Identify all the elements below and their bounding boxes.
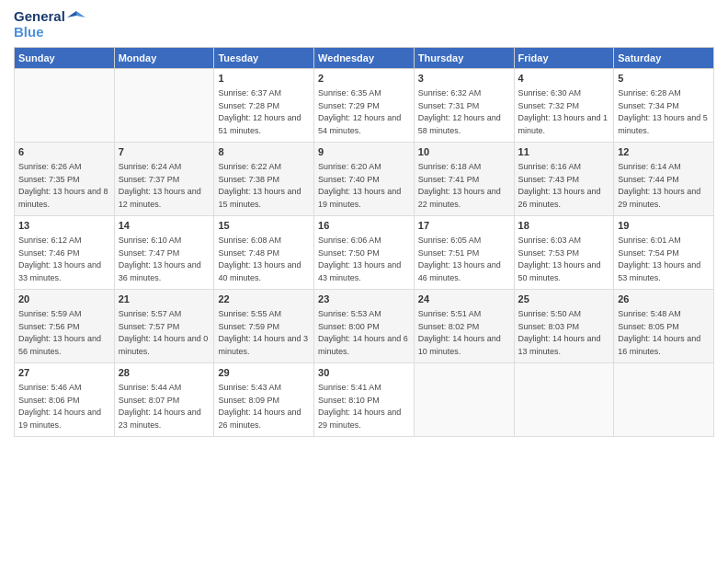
day-number: 8 <box>218 145 310 159</box>
weekday-header-wednesday: Wednesday <box>314 48 415 69</box>
day-info: Sunrise: 6:30 AM Sunset: 7:32 PM Dayligh… <box>518 87 610 137</box>
day-number: 22 <box>218 293 310 306</box>
calendar-cell: 1Sunrise: 6:37 AM Sunset: 7:28 PM Daylig… <box>214 69 314 143</box>
calendar-cell: 19Sunrise: 6:01 AM Sunset: 7:54 PM Dayli… <box>614 216 714 290</box>
day-number: 20 <box>18 293 110 306</box>
day-number: 10 <box>418 145 510 159</box>
calendar-table: SundayMondayTuesdayWednesdayThursdayFrid… <box>14 47 714 437</box>
day-info: Sunrise: 6:24 AM Sunset: 7:37 PM Dayligh… <box>119 161 210 211</box>
logo-brand: General Blue <box>14 9 85 40</box>
calendar-row: 13Sunrise: 6:12 AM Sunset: 7:46 PM Dayli… <box>15 216 714 290</box>
calendar-cell: 7Sunrise: 6:24 AM Sunset: 7:37 PM Daylig… <box>114 143 214 216</box>
calendar-row: 27Sunrise: 5:46 AM Sunset: 8:06 PM Dayli… <box>15 363 714 437</box>
day-info: Sunrise: 5:44 AM Sunset: 8:07 PM Dayligh… <box>119 382 210 431</box>
calendar-cell: 21Sunrise: 5:57 AM Sunset: 7:57 PM Dayli… <box>114 290 214 363</box>
day-number: 14 <box>119 219 210 233</box>
calendar-cell: 24Sunrise: 5:51 AM Sunset: 8:02 PM Dayli… <box>414 290 514 363</box>
calendar-cell: 13Sunrise: 6:12 AM Sunset: 7:46 PM Dayli… <box>15 216 115 290</box>
header: General Blue <box>14 9 714 40</box>
day-info: Sunrise: 5:51 AM Sunset: 8:02 PM Dayligh… <box>418 308 510 358</box>
calendar-cell: 2Sunrise: 6:35 AM Sunset: 7:29 PM Daylig… <box>314 69 415 143</box>
logo-blue-text: Blue <box>14 25 85 40</box>
calendar-cell: 14Sunrise: 6:10 AM Sunset: 7:47 PM Dayli… <box>114 216 214 290</box>
calendar-row: 6Sunrise: 6:26 AM Sunset: 7:35 PM Daylig… <box>15 143 714 216</box>
calendar-cell: 20Sunrise: 5:59 AM Sunset: 7:56 PM Dayli… <box>15 290 115 363</box>
calendar-cell <box>514 363 614 437</box>
day-info: Sunrise: 5:55 AM Sunset: 7:59 PM Dayligh… <box>218 308 310 358</box>
day-number: 23 <box>318 293 410 306</box>
calendar-cell: 25Sunrise: 5:50 AM Sunset: 8:03 PM Dayli… <box>514 290 614 363</box>
day-info: Sunrise: 6:28 AM Sunset: 7:34 PM Dayligh… <box>618 87 710 137</box>
day-info: Sunrise: 6:05 AM Sunset: 7:51 PM Dayligh… <box>418 235 510 284</box>
day-number: 19 <box>618 219 710 233</box>
weekday-header-tuesday: Tuesday <box>214 48 314 69</box>
weekday-header-friday: Friday <box>514 48 614 69</box>
weekday-header-thursday: Thursday <box>414 48 514 69</box>
calendar-cell: 18Sunrise: 6:03 AM Sunset: 7:53 PM Dayli… <box>514 216 614 290</box>
calendar-cell: 17Sunrise: 6:05 AM Sunset: 7:51 PM Dayli… <box>414 216 514 290</box>
day-info: Sunrise: 6:03 AM Sunset: 7:53 PM Dayligh… <box>518 235 610 284</box>
calendar-cell <box>114 69 214 143</box>
svg-marker-0 <box>76 11 85 17</box>
day-info: Sunrise: 6:16 AM Sunset: 7:43 PM Dayligh… <box>518 161 610 211</box>
day-info: Sunrise: 5:50 AM Sunset: 8:03 PM Dayligh… <box>518 308 610 358</box>
day-number: 26 <box>618 293 710 306</box>
calendar-cell: 15Sunrise: 6:08 AM Sunset: 7:48 PM Dayli… <box>214 216 314 290</box>
day-number: 30 <box>318 366 410 380</box>
day-number: 1 <box>218 72 310 86</box>
day-number: 9 <box>318 145 410 159</box>
day-info: Sunrise: 5:46 AM Sunset: 8:06 PM Dayligh… <box>18 382 110 431</box>
calendar-cell: 11Sunrise: 6:16 AM Sunset: 7:43 PM Dayli… <box>514 143 614 216</box>
day-number: 17 <box>418 219 510 233</box>
day-number: 29 <box>218 366 310 380</box>
day-number: 6 <box>18 145 110 159</box>
day-info: Sunrise: 6:37 AM Sunset: 7:28 PM Dayligh… <box>218 87 310 137</box>
calendar-cell: 3Sunrise: 6:32 AM Sunset: 7:31 PM Daylig… <box>414 69 514 143</box>
weekday-header-monday: Monday <box>114 48 214 69</box>
day-info: Sunrise: 5:43 AM Sunset: 8:09 PM Dayligh… <box>218 382 310 431</box>
day-info: Sunrise: 5:59 AM Sunset: 7:56 PM Dayligh… <box>18 308 110 358</box>
calendar-cell <box>614 363 714 437</box>
logo-bird-icon <box>67 10 85 23</box>
day-info: Sunrise: 6:14 AM Sunset: 7:44 PM Dayligh… <box>618 161 710 211</box>
calendar-cell: 22Sunrise: 5:55 AM Sunset: 7:59 PM Dayli… <box>214 290 314 363</box>
day-number: 28 <box>119 366 210 380</box>
calendar-cell: 27Sunrise: 5:46 AM Sunset: 8:06 PM Dayli… <box>15 363 115 437</box>
day-number: 21 <box>119 293 210 306</box>
logo-general-text: General <box>14 9 65 25</box>
calendar-row: 1Sunrise: 6:37 AM Sunset: 7:28 PM Daylig… <box>15 69 714 143</box>
day-info: Sunrise: 6:01 AM Sunset: 7:54 PM Dayligh… <box>618 235 710 284</box>
day-number: 11 <box>518 145 610 159</box>
calendar-cell: 4Sunrise: 6:30 AM Sunset: 7:32 PM Daylig… <box>514 69 614 143</box>
day-info: Sunrise: 6:18 AM Sunset: 7:41 PM Dayligh… <box>418 161 510 211</box>
day-info: Sunrise: 6:06 AM Sunset: 7:50 PM Dayligh… <box>318 235 410 284</box>
calendar-cell: 28Sunrise: 5:44 AM Sunset: 8:07 PM Dayli… <box>114 363 214 437</box>
calendar-cell: 30Sunrise: 5:41 AM Sunset: 8:10 PM Dayli… <box>314 363 415 437</box>
weekday-header-row: SundayMondayTuesdayWednesdayThursdayFrid… <box>15 48 714 69</box>
day-number: 16 <box>318 219 410 233</box>
day-info: Sunrise: 6:10 AM Sunset: 7:47 PM Dayligh… <box>119 235 210 284</box>
day-number: 5 <box>618 72 710 86</box>
calendar-cell: 9Sunrise: 6:20 AM Sunset: 7:40 PM Daylig… <box>314 143 415 216</box>
day-number: 2 <box>318 72 410 86</box>
day-number: 4 <box>518 72 610 86</box>
day-info: Sunrise: 5:41 AM Sunset: 8:10 PM Dayligh… <box>318 382 410 431</box>
logo: General Blue <box>14 9 85 40</box>
calendar-cell: 6Sunrise: 6:26 AM Sunset: 7:35 PM Daylig… <box>15 143 115 216</box>
day-info: Sunrise: 6:08 AM Sunset: 7:48 PM Dayligh… <box>218 235 310 284</box>
day-number: 25 <box>518 293 610 306</box>
day-number: 18 <box>518 219 610 233</box>
calendar-cell: 26Sunrise: 5:48 AM Sunset: 8:05 PM Dayli… <box>614 290 714 363</box>
page: General Blue SundayMondayTuesdayWednesda… <box>0 0 728 563</box>
calendar-cell <box>414 363 514 437</box>
day-info: Sunrise: 6:32 AM Sunset: 7:31 PM Dayligh… <box>418 87 510 137</box>
calendar-cell <box>15 69 115 143</box>
day-info: Sunrise: 6:12 AM Sunset: 7:46 PM Dayligh… <box>18 235 110 284</box>
day-info: Sunrise: 6:35 AM Sunset: 7:29 PM Dayligh… <box>318 87 410 137</box>
day-info: Sunrise: 5:48 AM Sunset: 8:05 PM Dayligh… <box>618 308 710 358</box>
calendar-cell: 12Sunrise: 6:14 AM Sunset: 7:44 PM Dayli… <box>614 143 714 216</box>
day-info: Sunrise: 5:57 AM Sunset: 7:57 PM Dayligh… <box>119 308 210 358</box>
day-info: Sunrise: 6:20 AM Sunset: 7:40 PM Dayligh… <box>318 161 410 211</box>
day-info: Sunrise: 6:22 AM Sunset: 7:38 PM Dayligh… <box>218 161 310 211</box>
day-number: 3 <box>418 72 510 86</box>
